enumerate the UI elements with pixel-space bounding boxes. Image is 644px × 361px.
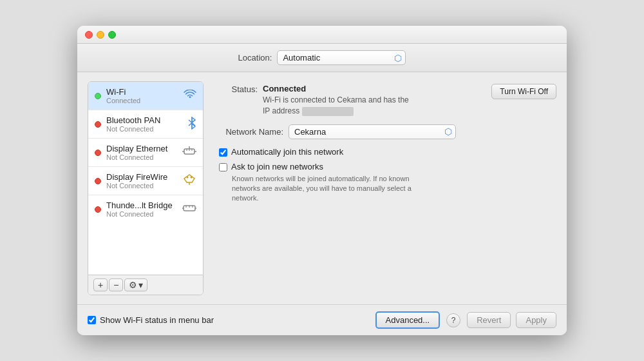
- sidebar-item-bluetooth-pan[interactable]: Bluetooth PAN Not Connected: [88, 110, 203, 139]
- ask-join-checkbox[interactable]: [219, 163, 227, 171]
- ethernet-icon: [182, 146, 196, 159]
- network-name-select[interactable]: Cekarna: [289, 124, 456, 139]
- status-dot-thunderbolt: [95, 206, 101, 213]
- status-dot-wifi: [95, 93, 101, 99]
- add-network-button[interactable]: +: [93, 278, 108, 291]
- apply-button[interactable]: Apply: [516, 312, 556, 328]
- gear-icon: ⚙: [129, 280, 137, 290]
- thunderbolt-item-status: Not Connected: [106, 210, 177, 218]
- network-preferences-window: Location: Automatic ⬡ Wi-Fi Connected: [77, 26, 567, 335]
- ask-join-section: Ask to join new networks Known networks …: [219, 162, 556, 204]
- firewire-item-text: Display FireWire Not Connected: [106, 172, 177, 190]
- wifi-item-text: Wi-Fi Connected: [106, 87, 178, 104]
- location-label: Location:: [238, 53, 272, 63]
- ethernet-item-status: Not Connected: [106, 153, 177, 161]
- bottom-bar: Show Wi-Fi status in menu bar Advanced..…: [77, 304, 567, 335]
- bluetooth-item-status: Not Connected: [106, 125, 182, 133]
- action-buttons: Revert Apply: [467, 312, 556, 328]
- sidebar-item-thunderbolt-bridge[interactable]: Thunde...lt Bridge Not Connected: [88, 195, 203, 223]
- show-wifi-label: Show Wi-Fi status in menu bar: [100, 315, 214, 325]
- location-select[interactable]: Automatic: [277, 50, 406, 65]
- sidebar-item-wifi[interactable]: Wi-Fi Connected: [88, 82, 203, 110]
- bluetooth-icon: [187, 117, 196, 132]
- thunderbolt-icon: [182, 203, 196, 216]
- status-connected-text: Connected: [263, 84, 486, 93]
- advanced-button[interactable]: Advanced...: [375, 311, 440, 329]
- firewire-icon: [182, 173, 196, 189]
- thunderbolt-item-name: Thunde...lt Bridge: [106, 200, 177, 210]
- svg-point-12: [191, 176, 193, 178]
- sidebar-list: Wi-Fi Connected: [88, 82, 203, 275]
- sidebar-item-display-ethernet[interactable]: Display Ethernet Not Connected: [88, 139, 203, 167]
- network-name-row: Network Name: Cekarna ⬡: [213, 124, 556, 139]
- auto-join-row: Automatically join this network: [219, 147, 556, 157]
- firewire-item-status: Not Connected: [106, 182, 177, 190]
- maximize-button[interactable]: [108, 31, 116, 39]
- auto-join-checkbox[interactable]: [219, 148, 227, 157]
- gear-chevron-icon: ▾: [138, 280, 143, 290]
- status-description: Wi-Fi is connected to Cekarna and has th…: [263, 95, 411, 117]
- thunderbolt-item-text: Thunde...lt Bridge Not Connected: [106, 200, 177, 218]
- ask-join-label: Ask to join new networks: [231, 162, 323, 171]
- toolbar: Location: Automatic ⬡: [77, 44, 567, 72]
- status-dot-ethernet: [95, 150, 101, 156]
- bluetooth-item-name: Bluetooth PAN: [106, 115, 182, 125]
- ask-join-row: Ask to join new networks: [219, 162, 556, 171]
- gear-button[interactable]: ⚙ ▾: [124, 278, 147, 291]
- titlebar: [77, 26, 567, 44]
- status-label: Status:: [219, 84, 258, 94]
- status-dot-firewire: [95, 178, 101, 184]
- close-button[interactable]: [85, 31, 93, 39]
- network-name-label: Network Name:: [219, 127, 283, 137]
- ip-address-blurred: [302, 107, 354, 116]
- sidebar-item-display-firewire[interactable]: Display FireWire Not Connected: [88, 167, 203, 195]
- content-area: Wi-Fi Connected: [77, 72, 567, 304]
- location-select-wrapper: Automatic ⬡: [277, 50, 406, 65]
- wifi-item-status: Connected: [106, 97, 178, 104]
- status-info: Connected Wi-Fi is connected to Cekarna …: [263, 84, 486, 117]
- firewire-item-name: Display FireWire: [106, 172, 177, 182]
- show-wifi-row: Show Wi-Fi status in menu bar: [88, 315, 369, 325]
- traffic-lights: [85, 31, 116, 39]
- ethernet-item-text: Display Ethernet Not Connected: [106, 144, 177, 161]
- auto-join-label: Automatically join this network: [231, 147, 343, 157]
- svg-point-11: [187, 176, 189, 178]
- remove-network-button[interactable]: −: [109, 278, 123, 291]
- revert-button[interactable]: Revert: [467, 312, 511, 328]
- bluetooth-item-text: Bluetooth PAN Not Connected: [106, 115, 182, 133]
- minimize-button[interactable]: [97, 31, 104, 39]
- sidebar-footer: + − ⚙ ▾: [88, 275, 203, 295]
- ethernet-item-name: Display Ethernet: [106, 144, 177, 153]
- help-button[interactable]: ?: [446, 313, 460, 327]
- checkboxes-section: Automatically join this network Ask to j…: [213, 147, 556, 204]
- main-panel: Status: Connected Wi-Fi is connected to …: [213, 81, 556, 295]
- wifi-item-name: Wi-Fi: [106, 87, 178, 97]
- status-dot-bluetooth: [95, 121, 101, 128]
- network-select-wrapper: Cekarna ⬡: [289, 124, 456, 139]
- known-networks-note: Known networks will be joined automatica…: [232, 174, 412, 204]
- sidebar: Wi-Fi Connected: [88, 81, 204, 295]
- show-wifi-checkbox[interactable]: [88, 316, 96, 324]
- wifi-icon: [184, 90, 196, 102]
- turn-wifi-off-button[interactable]: Turn Wi-Fi Off: [491, 84, 556, 99]
